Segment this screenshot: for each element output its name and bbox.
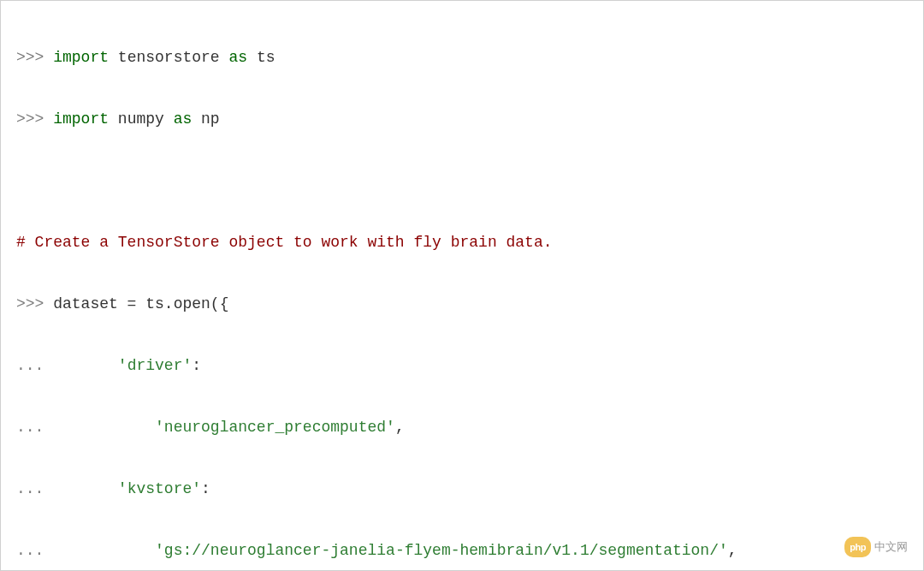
indent: [44, 419, 155, 436]
comma: ,: [395, 419, 405, 436]
keyword-as: as: [174, 110, 192, 128]
keyword-as: as: [228, 49, 247, 66]
code-line: >>> import tensorstore as ts: [16, 42, 908, 73]
indent: [44, 357, 117, 374]
prompt-primary: >>>: [16, 49, 44, 66]
code-line: ... 'driver':: [16, 350, 908, 381]
space: [44, 110, 53, 128]
watermark: php 中文网: [844, 536, 908, 558]
code-line: ... 'kvstore':: [16, 473, 908, 504]
indent: [44, 480, 117, 497]
comma: ,: [728, 542, 737, 559]
prompt-continuation: ...: [16, 542, 44, 559]
module-name: tensorstore: [109, 49, 228, 66]
module-name: numpy: [109, 110, 174, 128]
keyword-import: import: [53, 110, 109, 128]
code-line: >>> dataset = ts.open({: [16, 288, 908, 319]
watermark-text: 中文网: [874, 536, 908, 558]
code-line: >>> import numpy as np: [16, 104, 908, 134]
alias: np: [192, 110, 219, 128]
watermark-badge: php: [844, 537, 871, 557]
code-line: ... 'neuroglancer_precomputed',: [16, 412, 908, 443]
string-literal: 'kvstore': [118, 480, 201, 497]
prompt-primary: >>>: [16, 110, 44, 128]
alias: ts: [247, 49, 275, 66]
string-literal: 'driver': [118, 357, 192, 374]
indent: [44, 542, 155, 559]
prompt-continuation: ...: [16, 480, 44, 497]
space: [44, 49, 53, 66]
colon: :: [201, 480, 210, 497]
string-literal: 'gs://neuroglancer-janelia-flyem-hemibra…: [155, 542, 728, 559]
keyword-import: import: [53, 49, 109, 66]
blank-line: [16, 165, 908, 196]
code-line: ... 'gs://neuroglancer-janelia-flyem-hem…: [16, 535, 908, 566]
colon: :: [192, 357, 201, 374]
prompt-primary: >>>: [16, 295, 44, 312]
prompt-continuation: ...: [16, 357, 44, 374]
code-block: >>> import tensorstore as ts >>> import …: [16, 11, 908, 571]
string-literal: 'neuroglancer_precomputed': [155, 419, 395, 436]
prompt-continuation: ...: [16, 419, 44, 436]
code-text: dataset = ts.open({: [44, 295, 228, 312]
comment-line: # Create a TensorStore object to work wi…: [16, 227, 908, 258]
